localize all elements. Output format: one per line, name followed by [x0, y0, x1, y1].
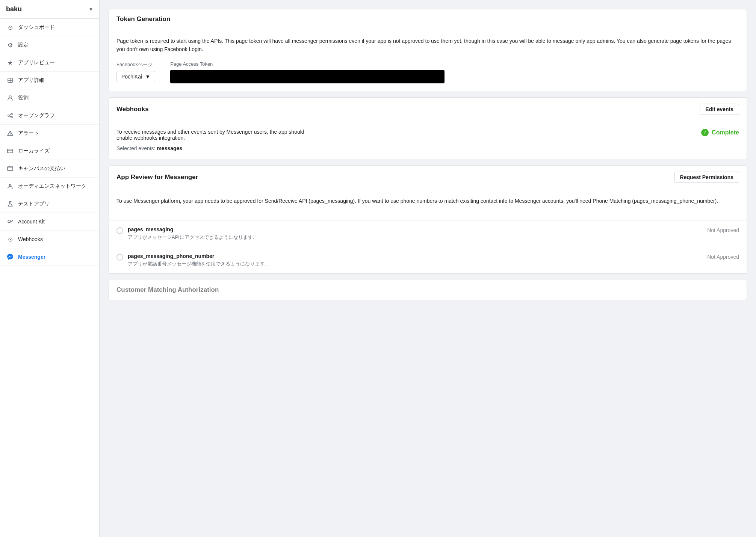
sidebar-item-label: テストアプリ [18, 201, 50, 207]
app-review-title: App Review for Messenger [116, 173, 198, 181]
sidebar-item-webhooks[interactable]: ⊙ Webhooks [0, 231, 99, 248]
sidebar-item-settings[interactable]: ⚙ 設定 [0, 36, 99, 54]
svg-line-7 [9, 115, 11, 115]
sidebar-item-label: Messenger [18, 254, 45, 260]
permission-status: Not Approved [707, 227, 739, 233]
request-permissions-button[interactable]: Request Permissions [674, 172, 739, 183]
person-icon [6, 94, 14, 102]
customer-matching-title: Customer Matching Authorization [116, 286, 219, 293]
sidebar-item-audience-network[interactable]: オーディエンスネットワーク [0, 178, 99, 195]
edit-events-button[interactable]: Edit events [700, 104, 739, 115]
permission-radio[interactable] [116, 254, 123, 261]
page-dropdown-value: PochiKai [121, 74, 142, 80]
sidebar-item-label: Webhooks [18, 236, 43, 242]
chevron-down-icon: ▼ [145, 74, 150, 80]
sidebar-item-test-app[interactable]: テストアプリ [0, 195, 99, 213]
dashboard-icon: ⊙ [6, 23, 14, 32]
permission-left: pages_messaging_phone_number アプリが電話番号メッセ… [116, 253, 269, 267]
sidebar-item-label: アプリ詳細 [18, 77, 44, 84]
sidebar-item-canvas-payment[interactable]: キャンバスの支払い [0, 160, 99, 178]
svg-point-10 [10, 134, 10, 135]
gear-icon: ⚙ [6, 41, 14, 49]
app-review-body: To use Messenger platform, your app need… [109, 189, 747, 220]
svg-point-15 [9, 184, 11, 186]
sidebar-item-account-kit[interactable]: Account Kit [0, 213, 99, 231]
token-value-box [170, 70, 445, 83]
token-generation-body: Page token is required to start using th… [109, 29, 747, 91]
app-review-description: To use Messenger platform, your app need… [116, 197, 739, 205]
sidebar-item-label: アプリレビュー [18, 59, 55, 66]
svg-point-3 [9, 96, 11, 98]
page-access-token-col: Page Access Token [170, 61, 445, 83]
customer-matching-header: Customer Matching Authorization [109, 280, 747, 300]
permission-info: pages_messaging_phone_number アプリが電話番号メッセ… [128, 253, 269, 267]
permission-radio[interactable] [116, 227, 123, 234]
webhooks-desc-text: To receive messages and other events sen… [116, 129, 304, 141]
page-access-token-label: Page Access Token [170, 61, 445, 67]
chevron-down-icon: ▼ [89, 7, 93, 12]
test-icon [6, 200, 14, 208]
sidebar-item-label: ローカライズ [18, 148, 50, 154]
sidebar-item-roles[interactable]: 役割 [0, 89, 99, 107]
alert-icon [6, 129, 14, 137]
cube-icon [6, 76, 14, 84]
svg-point-4 [8, 115, 9, 116]
sidebar-item-label: アラート [18, 130, 39, 137]
token-generation-description: Page token is required to start using th… [116, 37, 739, 54]
app-review-header: App Review for Messenger Request Permiss… [109, 166, 747, 189]
app-review-section: App Review for Messenger Request Permiss… [109, 165, 747, 274]
selected-events: Selected events: messages [116, 145, 304, 151]
token-generation-section: Token Generation Page token is required … [109, 9, 747, 91]
webhooks-section: Webhooks Edit events To receive messages… [109, 97, 747, 159]
webhooks-complete: ✓ Complete [701, 129, 739, 136]
permission-desc: アプリがメッセージAPIにアクセスできるようになります。 [128, 234, 258, 241]
webhooks-header: Webhooks Edit events [109, 98, 747, 121]
messenger-icon [6, 253, 14, 261]
sidebar-header[interactable]: baku ▼ [0, 0, 99, 19]
sidebar-item-messenger[interactable]: Messenger [0, 248, 99, 266]
svg-point-5 [11, 113, 12, 115]
sidebar: baku ▼ ⊙ ダッシュボード ⚙ 設定 ★ アプリレビュー [0, 0, 100, 537]
page-dropdown[interactable]: PochiKai ▼ [116, 71, 155, 82]
permission-name: pages_messaging [128, 226, 258, 232]
sidebar-item-label: オーディエンスネットワーク [18, 183, 86, 190]
sidebar-item-dashboard[interactable]: ⊙ ダッシュボード [0, 19, 99, 36]
token-generation-header: Token Generation [109, 9, 747, 29]
selected-events-value: messages [157, 145, 182, 151]
sidebar-item-label: キャンバスの支払い [18, 165, 65, 172]
complete-icon: ✓ [701, 129, 709, 136]
webhooks-description: To receive messages and other events sen… [116, 129, 304, 151]
localize-icon [6, 147, 14, 155]
main-content: Token Generation Page token is required … [100, 0, 756, 537]
webhooks-title: Webhooks [116, 106, 149, 113]
complete-label: Complete [712, 129, 739, 136]
sidebar-item-app-detail[interactable]: アプリ詳細 [0, 72, 99, 89]
customer-matching-section: Customer Matching Authorization [109, 280, 747, 300]
permission-status: Not Approved [707, 254, 739, 260]
sidebar-item-alerts[interactable]: アラート [0, 125, 99, 142]
webhooks-icon: ⊙ [6, 235, 14, 243]
audience-icon [6, 182, 14, 190]
facebook-page-label: Facebookページ [116, 61, 155, 68]
svg-line-8 [9, 116, 11, 117]
svg-point-17 [8, 220, 11, 223]
sidebar-item-label: Account Kit [18, 219, 45, 225]
svg-rect-13 [8, 167, 13, 170]
permission-row-phone-number: pages_messaging_phone_number アプリが電話番号メッセ… [109, 247, 747, 273]
payment-icon [6, 164, 14, 173]
sidebar-item-localize[interactable]: ローカライズ [0, 142, 99, 160]
sidebar-item-label: 設定 [18, 42, 29, 48]
sidebar-item-app-review[interactable]: ★ アプリレビュー [0, 54, 99, 72]
star-icon: ★ [6, 59, 14, 67]
svg-point-6 [11, 116, 12, 118]
open-graph-icon [6, 112, 14, 120]
permission-desc: アプリが電話番号メッセージ機能を使用できるようになります。 [128, 261, 269, 267]
sidebar-item-open-graph[interactable]: オープングラフ [0, 107, 99, 125]
sidebar-item-label: 役割 [18, 95, 29, 101]
permission-row-pages-messaging: pages_messaging アプリがメッセージAPIにアクセスできるようにな… [109, 220, 747, 247]
app-name: baku [6, 5, 22, 13]
facebook-page-col: Facebookページ PochiKai ▼ [116, 61, 155, 82]
webhooks-body: To receive messages and other events sen… [109, 121, 747, 159]
sidebar-item-label: ダッシュボード [18, 24, 55, 31]
permission-name: pages_messaging_phone_number [128, 253, 269, 259]
